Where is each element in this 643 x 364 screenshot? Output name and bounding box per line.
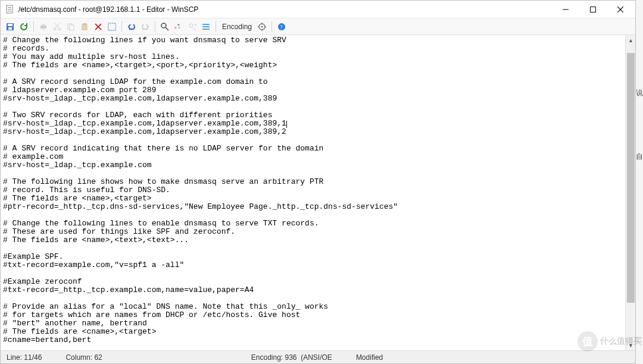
svg-point-29 (189, 24, 193, 27)
titlebar: /etc/dnsmasq.conf - root@192.168.1.1 - E… (1, 1, 635, 18)
status-modified: Modified (356, 353, 383, 362)
svg-point-25 (161, 23, 166, 28)
svg-rect-3 (8, 11, 11, 11)
undo-button[interactable] (126, 21, 138, 33)
svg-rect-10 (8, 27, 12, 30)
svg-text:c: c (179, 25, 180, 30)
delete-button[interactable] (92, 21, 104, 33)
svg-line-17 (55, 23, 59, 28)
svg-rect-19 (70, 25, 74, 30)
svg-point-14 (54, 28, 56, 30)
svg-text:?: ? (280, 24, 283, 30)
svg-rect-21 (83, 23, 86, 25)
close-button[interactable] (607, 1, 634, 18)
status-line: Line: 11/46 (7, 353, 42, 362)
svg-rect-12 (42, 24, 45, 26)
replace-button[interactable]: ac (173, 21, 185, 33)
reload-button[interactable] (18, 21, 30, 33)
print-button[interactable] (38, 21, 49, 33)
status-encoding: Encoding: 936 (ANSI/OE (251, 353, 332, 362)
status-column: Column: 62 (65, 353, 102, 362)
find-next-button[interactable] (186, 21, 198, 33)
save-button[interactable] (4, 21, 16, 33)
redo-button[interactable] (139, 21, 151, 33)
help-button[interactable]: ? (276, 21, 288, 33)
scroll-up-arrow[interactable]: ▲ (626, 35, 635, 45)
text-editor[interactable]: # Change the following lines if you want… (1, 35, 625, 350)
svg-rect-1 (8, 7, 11, 8)
svg-point-15 (58, 28, 61, 30)
cut-button[interactable] (51, 21, 63, 33)
app-window: /etc/dnsmasq.conf - root@192.168.1.1 - E… (0, 0, 636, 364)
scroll-thumb[interactable] (627, 53, 635, 303)
window-title: /etc/dnsmasq.conf - root@192.168.1.1 - E… (18, 5, 198, 14)
svg-rect-31 (202, 26, 210, 27)
maximize-button[interactable] (579, 1, 607, 18)
copy-button[interactable] (65, 21, 77, 33)
minimize-button[interactable] (552, 1, 579, 18)
encoding-settings-button[interactable] (256, 21, 268, 33)
svg-rect-30 (202, 24, 210, 25)
svg-line-26 (166, 27, 168, 30)
encoding-label: Encoding (220, 23, 254, 31)
svg-rect-9 (8, 24, 13, 26)
svg-rect-5 (591, 7, 596, 12)
find-button[interactable] (159, 21, 171, 33)
svg-rect-24 (108, 23, 116, 30)
cropped-side-text: 说 自 (636, 88, 643, 162)
svg-rect-13 (42, 28, 45, 30)
scroll-down-arrow[interactable]: ▼ (626, 340, 635, 350)
vertical-scrollbar[interactable]: ▲ ▼ (625, 35, 635, 350)
svg-line-16 (55, 23, 60, 28)
goto-button[interactable] (200, 21, 212, 33)
app-icon (5, 5, 15, 14)
paste-button[interactable] (79, 21, 90, 33)
svg-rect-32 (202, 29, 210, 30)
toolbar: ac Encoding ? (1, 18, 635, 35)
svg-rect-2 (8, 9, 11, 10)
select-all-button[interactable] (106, 21, 118, 33)
svg-point-34 (261, 26, 263, 27)
svg-text:a: a (174, 25, 177, 30)
statusbar: Line: 11/46 Column: 62 Encoding: 936 (AN… (1, 350, 635, 363)
